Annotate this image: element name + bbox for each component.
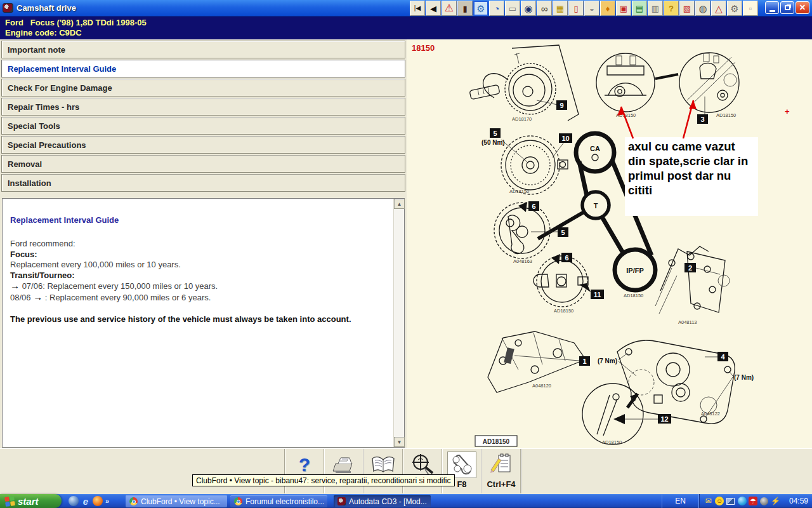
menu-item-installation[interactable]: Installation — [1, 174, 405, 192]
caption: AD18150 — [716, 112, 736, 118]
tb-bulb-icon[interactable]: ▫ — [743, 1, 758, 16]
menu-item-removal[interactable]: Removal — [1, 155, 405, 173]
belt-diagram-shortcut: F8 — [457, 479, 466, 489]
tb-warning-icon[interactable]: ⚠ — [442, 1, 457, 16]
chrome-icon — [234, 497, 242, 505]
start-button[interactable]: start — [0, 494, 62, 508]
callout-9: 9 — [560, 102, 563, 109]
notes-button[interactable]: Ctrl+F4 — [481, 449, 521, 493]
tb-measuring-tools-icon[interactable]: ▥ — [648, 1, 663, 16]
restore-icon — [785, 5, 790, 10]
task-forumul[interactable]: Forumul electronistilo... — [230, 495, 327, 507]
task-clubford[interactable]: ClubFord • View topic... — [126, 495, 227, 507]
menu-item-important-note[interactable]: Important note — [1, 41, 405, 58]
media-player-icon[interactable]: ⚡ — [771, 497, 780, 506]
callout-2: 2 — [688, 264, 692, 272]
caption: AD18150 — [554, 308, 573, 314]
tb-gears-icon[interactable]: ⚙ — [727, 1, 742, 16]
content-scrollbar[interactable]: ▲ ▼ — [393, 199, 404, 447]
tb-wheels-icon[interactable]: ◉ — [521, 1, 536, 16]
minimize-icon — [769, 10, 775, 12]
scroll-down-icon[interactable]: ▼ — [394, 437, 405, 447]
menu-item-special-precautions[interactable]: Special Precautions — [1, 136, 405, 154]
chevron-icon[interactable]: » — [105, 497, 109, 505]
restore-button[interactable] — [780, 1, 794, 14]
close-icon: × — [799, 2, 805, 13]
internet-explorer-icon[interactable]: e — [81, 496, 90, 506]
tb-key-programming-icon[interactable]: ▣ — [616, 1, 631, 16]
language-indicator[interactable]: EN — [662, 494, 698, 508]
menu-item-replacement-interval-guide[interactable]: Replacement Interval Guide — [1, 60, 405, 77]
tb-equipment-icon[interactable]: ▤ — [632, 1, 647, 16]
help-button[interactable]: ? — [285, 449, 324, 493]
title-bar: Camshaft drive |◀ ◀ ⚠ ▮ ⚙ ◔ ▭ ◉ ∞ ▦ ▯ ◒ … — [0, 0, 812, 17]
notepad-pencil-icon — [487, 451, 516, 478]
tb-airbag-icon[interactable]: △ — [711, 1, 726, 16]
torque-label: (7 Nm) — [598, 358, 617, 364]
tb-inspection-icon[interactable]: ∞ — [537, 1, 552, 16]
antivirus-icon[interactable]: ☂ — [749, 497, 757, 505]
volume-icon[interactable] — [759, 497, 769, 506]
quick-launch: e » — [66, 494, 112, 508]
autodata-icon — [337, 497, 346, 505]
tb-spark-plug-icon[interactable]: ♦ — [600, 1, 615, 16]
mail-icon[interactable]: ✉ — [704, 497, 713, 506]
network-icon[interactable] — [726, 497, 735, 506]
callout-1: 1 — [582, 358, 586, 365]
tb-gauge-icon[interactable]: ◒ — [584, 1, 599, 16]
content-footer: The previous use and service history of … — [10, 314, 385, 324]
pulley-ca-label: CA — [590, 145, 600, 152]
bottom-toolbar: ? F8 — [0, 448, 812, 494]
help-icon: ? — [299, 454, 310, 476]
firefox-icon[interactable] — [93, 496, 103, 506]
menu-item-repair-times[interactable]: Repair Times - hrs — [1, 98, 405, 116]
caption: AD18150 — [509, 189, 529, 194]
tb-diagnostics-icon[interactable]: ▭ — [505, 1, 520, 16]
zoom-button[interactable] — [403, 449, 442, 493]
tb-towing-help-icon[interactable]: ? — [664, 1, 679, 16]
minimize-button[interactable] — [765, 1, 779, 14]
tb-engine-management-icon[interactable]: ▧ — [679, 1, 695, 16]
callout-11: 11 — [594, 291, 601, 298]
app-icon — [3, 3, 13, 13]
tb-nav-back-icon[interactable]: ◀ — [426, 1, 441, 16]
vehicle-header: Ford Focus ('98) 1,8D TDdi 1998-05 Engin… — [0, 17, 812, 39]
callout-4: 4 — [721, 353, 725, 361]
print-button[interactable] — [324, 449, 363, 493]
torque-label: (7 Nm) — [734, 374, 754, 381]
vehicle-model: Ford Focus ('98) 1,8D TDdi 1998-05 — [5, 18, 812, 28]
figure-code-box: AD18150 — [483, 438, 510, 445]
menu-item-special-tools[interactable]: Special Tools — [1, 117, 405, 135]
skype-icon[interactable] — [737, 497, 747, 506]
menu-item-check-for-engine-damage[interactable]: Check For Engine Damage — [1, 79, 405, 97]
tb-commercial-icon[interactable]: ▦ — [553, 1, 568, 16]
tb-service-indicator-icon[interactable]: ▮ — [457, 1, 473, 16]
messenger-smiley-icon[interactable]: ☺ — [715, 497, 724, 505]
tb-nav-first-icon[interactable]: |◀ — [410, 1, 425, 16]
content-line: → 07/06: Replacement every 150,000 miles… — [10, 281, 385, 292]
tb-service-schedules-icon[interactable]: ◔ — [489, 1, 504, 16]
caption: AD18150 — [624, 293, 643, 298]
tb-body-door-icon[interactable]: ▯ — [568, 1, 584, 16]
task-autodata[interactable]: Autodata CD3 - [Mod... — [334, 495, 431, 507]
content-line: Ford recommend: — [10, 239, 385, 250]
content-line: Focus: — [10, 250, 385, 260]
callout-6: 6 — [532, 203, 535, 210]
separator — [521, 449, 521, 493]
arrow-icon: → — [33, 291, 43, 302]
tb-abs-icon[interactable]: ◍ — [695, 1, 710, 16]
caption: AD18170 — [512, 116, 532, 122]
scroll-up-icon[interactable]: ▲ — [394, 199, 405, 209]
manual-button[interactable] — [363, 449, 403, 493]
close-button[interactable]: × — [796, 1, 809, 14]
content-panel: Replacement Interval Guide Ford recommen… — [2, 198, 405, 448]
window-controls: × — [765, 1, 809, 14]
tb-timing-belts-icon[interactable]: ⚙ — [473, 1, 488, 16]
window-title: Camshaft drive — [16, 3, 76, 13]
clock: 04:59 — [789, 494, 808, 508]
desktop-icon[interactable] — [69, 496, 79, 506]
content-line: Transit/Tourneo: — [10, 271, 385, 281]
callout-6b: 6 — [565, 254, 568, 262]
belt-diagram-button[interactable]: F8 — [442, 449, 481, 493]
caption: A048122 — [701, 411, 720, 417]
